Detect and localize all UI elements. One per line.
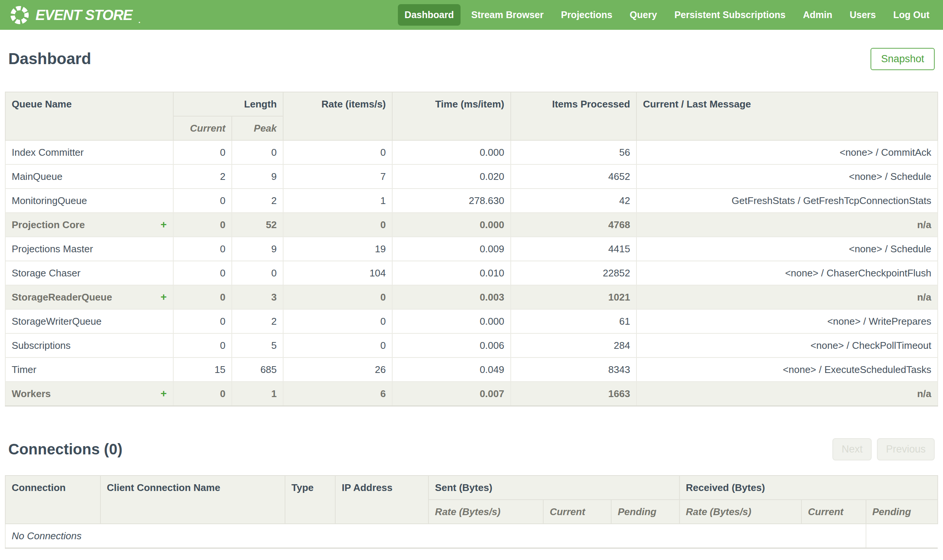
cell-time: 0.006 xyxy=(392,333,511,357)
cell-queue-name: Subscriptions xyxy=(5,333,173,357)
col-received-pending: Pending xyxy=(866,500,938,524)
cell-time: 0.000 xyxy=(392,309,511,333)
connections-table-body: No Connections xyxy=(5,524,938,548)
cell-message: n/a xyxy=(636,382,938,406)
cell-time: 0.010 xyxy=(392,261,511,285)
col-items-processed: Items Processed xyxy=(511,92,636,140)
nav-item-log-out[interactable]: Log Out xyxy=(886,4,936,26)
cell-queue-name: Projections Master xyxy=(5,237,173,261)
cell-length-peak: 2 xyxy=(232,189,283,213)
nav-item-users[interactable]: Users xyxy=(843,4,883,26)
cell-message: <none> / WritePrepares xyxy=(636,309,938,333)
connections-header: Connections (0) Next Previous xyxy=(8,437,935,461)
nav-item-persistent-subscriptions[interactable]: Persistent Subscriptions xyxy=(667,4,792,26)
col-length-current: Current xyxy=(173,116,232,140)
queue-name-label: Subscriptions xyxy=(12,340,71,351)
cell-length-peak: 9 xyxy=(232,237,283,261)
nav-item-admin[interactable]: Admin xyxy=(796,4,839,26)
cell-length-current: 0 xyxy=(173,285,232,309)
cell-time: 0.007 xyxy=(392,382,511,406)
cell-length-current: 0 xyxy=(173,213,232,237)
queue-name-label: MonitoringQueue xyxy=(12,195,87,206)
col-received-current: Current xyxy=(801,500,866,524)
cell-items-processed: 1021 xyxy=(511,285,636,309)
queue-name-label: MainQueue xyxy=(12,171,62,182)
cell-length-current: 0 xyxy=(173,333,232,357)
expand-plus-icon[interactable]: + xyxy=(161,292,167,302)
expand-plus-icon[interactable]: + xyxy=(161,389,167,398)
cell-length-peak: 1 xyxy=(232,382,283,406)
queue-name-label: Workers xyxy=(12,388,51,399)
col-sent-rate: Rate (Bytes/s) xyxy=(429,500,543,524)
cell-queue-name: Workers+ xyxy=(5,382,173,406)
queue-row: Subscriptions0500.006284<none> / CheckPo… xyxy=(5,333,938,357)
nav-list: DashboardStream BrowserProjectionsQueryP… xyxy=(398,4,936,26)
col-length: Length xyxy=(173,92,283,116)
cell-rate: 104 xyxy=(283,261,392,285)
expand-plus-icon[interactable]: + xyxy=(161,220,167,230)
queues-table-header: Queue Name Length Rate (items/s) Time (m… xyxy=(5,92,938,140)
cell-rate: 0 xyxy=(283,213,392,237)
cell-queue-name: StorageReaderQueue+ xyxy=(5,285,173,309)
main-content: Dashboard Snapshot Queue Name Length Rat… xyxy=(0,47,943,549)
cell-message: n/a xyxy=(636,213,938,237)
col-sent-current: Current xyxy=(543,500,611,524)
cell-length-current: 2 xyxy=(173,165,232,189)
cell-message: <none> / ChaserCheckpointFlush xyxy=(636,261,938,285)
col-client-connection-name: Client Connection Name xyxy=(100,475,285,524)
col-length-peak: Peak xyxy=(232,116,283,140)
cell-items-processed: 42 xyxy=(511,189,636,213)
cell-items-processed: 284 xyxy=(511,333,636,357)
previous-button[interactable]: Previous xyxy=(877,438,935,460)
nav-item-dashboard[interactable]: Dashboard xyxy=(398,4,461,26)
col-sent-pending: Pending xyxy=(611,500,679,524)
queue-row: MonitoringQueue021278.63042GetFreshStats… xyxy=(5,189,938,213)
cell-message: <none> / ExecuteScheduledTasks xyxy=(636,357,938,382)
cell-time: 0.009 xyxy=(392,237,511,261)
no-connections-message: No Connections xyxy=(5,524,866,548)
nav-item-projections[interactable]: Projections xyxy=(554,4,619,26)
cell-items-processed: 61 xyxy=(511,309,636,333)
cell-rate: 19 xyxy=(283,237,392,261)
cell-items-processed: 4415 xyxy=(511,237,636,261)
cell-items-processed: 1663 xyxy=(511,382,636,406)
col-ip-address: IP Address xyxy=(335,475,429,524)
cell-length-current: 0 xyxy=(173,309,232,333)
queue-name-label: Timer xyxy=(12,364,36,375)
next-button[interactable]: Next xyxy=(832,438,872,460)
cell-rate: 0 xyxy=(283,309,392,333)
cell-length-current: 0 xyxy=(173,140,232,165)
queue-row: MainQueue2970.0204652<none> / Schedule xyxy=(5,165,938,189)
col-received-bytes: Received (Bytes) xyxy=(679,475,938,500)
cell-length-peak: 3 xyxy=(232,285,283,309)
cell-message: <none> / CheckPollTimeout xyxy=(636,333,938,357)
cell-items-processed: 4768 xyxy=(511,213,636,237)
ghost-cell xyxy=(866,524,938,548)
cell-length-current: 0 xyxy=(173,382,232,406)
cell-message: <none> / CommitAck xyxy=(636,140,938,165)
cell-queue-name: Timer xyxy=(5,357,173,382)
nav-item-query[interactable]: Query xyxy=(623,4,664,26)
cell-length-peak: 52 xyxy=(232,213,283,237)
nav-item-stream-browser[interactable]: Stream Browser xyxy=(465,4,550,26)
cell-queue-name: Storage Chaser xyxy=(5,261,173,285)
cell-queue-name: MonitoringQueue xyxy=(5,189,173,213)
col-connection: Connection xyxy=(5,475,100,524)
cell-length-current: 0 xyxy=(173,261,232,285)
queue-name-label: Index Committer xyxy=(12,147,84,158)
top-navbar: EVENT STORE . DashboardStream BrowserPro… xyxy=(0,0,943,30)
col-message: Current / Last Message xyxy=(636,92,938,140)
col-time: Time (ms/item) xyxy=(392,92,511,140)
page-header: Dashboard Snapshot xyxy=(8,47,935,71)
col-queue-name: Queue Name xyxy=(5,92,173,140)
cell-message: <none> / Schedule xyxy=(636,237,938,261)
event-store-logo[interactable]: EVENT STORE . xyxy=(9,5,140,26)
cell-length-current: 0 xyxy=(173,237,232,261)
cell-queue-name: StorageWriterQueue xyxy=(5,309,173,333)
no-connections-row: No Connections xyxy=(5,524,938,548)
cell-time: 0.003 xyxy=(392,285,511,309)
cell-time: 278.630 xyxy=(392,189,511,213)
connections-pager: Next Previous xyxy=(832,438,935,460)
snapshot-button[interactable]: Snapshot xyxy=(870,48,935,70)
cell-message: GetFreshStats / GetFreshTcpConnectionSta… xyxy=(636,189,938,213)
